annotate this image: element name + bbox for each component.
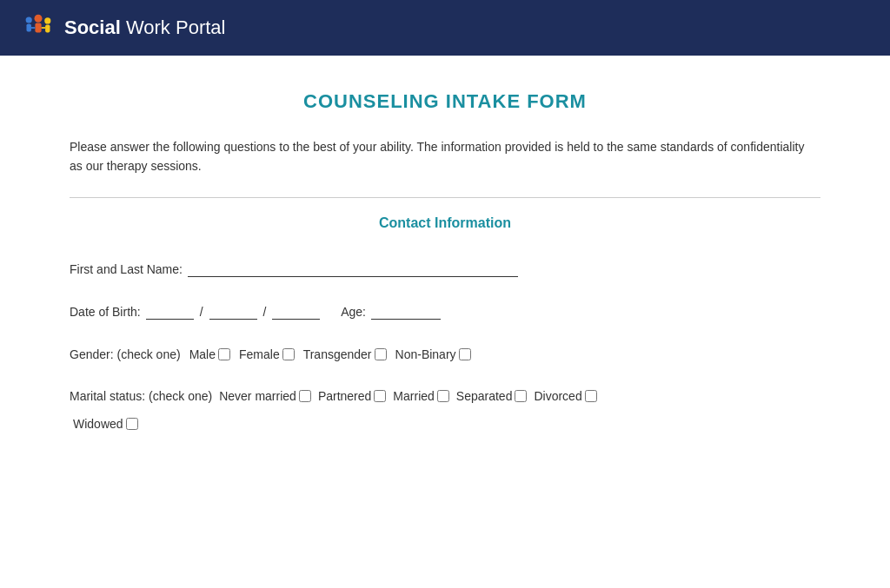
gender-female-item: Female [239, 347, 295, 361]
marital-separated-item: Separated [456, 389, 528, 403]
marital-row-1: Marital status: (check one) Never marrie… [70, 389, 597, 403]
marital-never-checkbox[interactable] [299, 390, 311, 402]
gender-field-row: Gender: (check one) Male Female Transgen… [70, 347, 820, 361]
gender-transgender-item: Transgender [303, 347, 387, 361]
logo-icon [21, 10, 56, 45]
svg-point-4 [44, 17, 50, 23]
header: Social Work Portal [0, 0, 890, 56]
gender-female-label: Female [239, 347, 280, 361]
marital-widowed-row: Widowed [70, 417, 138, 431]
gender-transgender-label: Transgender [303, 347, 372, 361]
name-field-row: First and Last Name: [70, 262, 820, 277]
marital-married-label: Married [393, 389, 434, 403]
marital-partnered-checkbox[interactable] [374, 390, 386, 402]
form-title: COUNSELING INTAKE FORM [70, 90, 820, 113]
marital-married-checkbox[interactable] [437, 390, 449, 402]
gender-nonbinary-item: Non-Binary [395, 347, 471, 361]
marital-widowed-item: Widowed [73, 417, 138, 431]
gender-nonbinary-label: Non-Binary [395, 347, 456, 361]
gender-female-checkbox[interactable] [282, 348, 295, 360]
svg-rect-1 [27, 24, 31, 32]
dob-year-input[interactable] [272, 305, 320, 320]
gender-male-item: Male [189, 347, 230, 361]
intro-text: Please answer the following questions to… [70, 137, 820, 176]
marital-divorced-item: Divorced [534, 389, 596, 403]
section-divider [70, 197, 820, 198]
gender-male-label: Male [189, 347, 216, 361]
slash-2: / [263, 305, 267, 319]
gender-male-checkbox[interactable] [218, 348, 230, 360]
section-title: Contact Information [70, 215, 820, 231]
marital-divorced-checkbox[interactable] [585, 390, 597, 402]
slash-1: / [200, 305, 203, 319]
dob-month-input[interactable] [146, 305, 194, 320]
svg-point-2 [35, 15, 43, 23]
svg-rect-3 [35, 23, 41, 33]
marital-label: Marital status: (check one) [70, 389, 212, 403]
marital-partnered-label: Partnered [318, 389, 371, 403]
svg-rect-5 [45, 24, 50, 32]
marital-never-item: Never married [219, 389, 311, 403]
marital-partnered-item: Partnered [318, 389, 386, 403]
gender-group: Gender: (check one) Male Female Transgen… [70, 347, 471, 361]
form-content: COUNSELING INTAKE FORM Please answer the… [0, 56, 890, 493]
marital-widowed-checkbox[interactable] [126, 418, 138, 430]
marital-separated-checkbox[interactable] [515, 390, 527, 402]
logo-light: Work Portal [121, 17, 226, 38]
marital-married-item: Married [393, 389, 448, 403]
dob-day-input[interactable] [209, 305, 257, 320]
logo-text: Social Work Portal [64, 17, 225, 39]
marital-field-row: Marital status: (check one) Never marrie… [70, 389, 820, 431]
gender-label: Gender: (check one) [70, 347, 181, 361]
dob-field-row: Date of Birth: / / Age: [70, 305, 820, 320]
gender-transgender-checkbox[interactable] [375, 348, 387, 360]
name-input[interactable] [188, 262, 518, 277]
page-wrapper: Social Work Portal COUNSELING INTAKE FOR… [0, 0, 890, 588]
marital-never-label: Never married [219, 389, 296, 403]
gender-nonbinary-checkbox[interactable] [459, 348, 471, 360]
marital-divorced-label: Divorced [534, 389, 581, 403]
age-label: Age: [341, 305, 366, 319]
marital-separated-label: Separated [456, 389, 513, 403]
svg-point-0 [26, 17, 32, 23]
name-label: First and Last Name: [70, 262, 183, 276]
age-input[interactable] [371, 305, 441, 320]
logo-bold: Social [64, 17, 121, 38]
marital-widowed-label: Widowed [73, 417, 123, 431]
dob-label: Date of Birth: [70, 305, 141, 319]
